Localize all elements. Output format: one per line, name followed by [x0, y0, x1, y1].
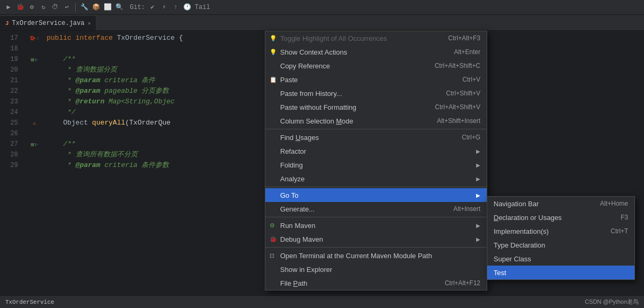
menu-file-path[interactable]: File Path Ctrl+Alt+F12 — [265, 276, 487, 290]
debug-maven-icon: 🐞 — [270, 236, 277, 243]
sep1 — [265, 129, 487, 129]
watermark: CSDN @Python老鸟 — [585, 298, 639, 306]
run-gutter-icon[interactable]: ▷ — [35, 57, 38, 63]
git-check-icon[interactable]: ✔ — [148, 3, 157, 12]
build-icon[interactable]: ⚙ — [28, 3, 36, 12]
paste-icon: 📋 — [270, 76, 277, 83]
wrench-icon[interactable]: 🔧 — [80, 3, 88, 12]
sep2 — [265, 187, 487, 187]
sep1 — [75, 3, 76, 12]
submenu-navigation-bar[interactable]: Navigation Bar Alt+Home — [487, 197, 634, 210]
run2-gutter-icon[interactable]: ▷ — [35, 142, 38, 147]
history-icon[interactable]: ⏱ — [51, 3, 59, 12]
status-bar: TxOrderService CSDN @Python老鸟 — [0, 295, 644, 308]
menu-open-terminal[interactable]: ⊡ Open Terminal at the Current Maven Mod… — [265, 249, 487, 262]
bean-icon[interactable]: 🫘 — [30, 36, 35, 41]
git-push-icon[interactable]: ↑ — [172, 3, 180, 12]
tab-label: TxOrderService.java — [12, 20, 85, 27]
submenu-type-declaration[interactable]: Type Declaration — [487, 238, 634, 252]
menu-debug-maven[interactable]: 🐞 Debug Maven ▶ — [265, 232, 487, 246]
menu-generate[interactable]: Generate... Alt+Insert — [265, 202, 487, 216]
status-class-name: TxOrderService — [5, 299, 54, 305]
menu-column-select[interactable]: Column Selection Mode Alt+Shift+Insert — [265, 114, 487, 128]
toolbar: ▶ 🐞 ⚙ ↻ ⏱ ↩ 🔧 📦 ⬜ 🔍 Git: ✔ ⚡ ↑ 🕐 Tail — [0, 0, 644, 15]
context-menu: 💡 Toggle Highlight of All Occurrences Ct… — [265, 31, 487, 291]
menu-paste-history[interactable]: Paste from History... Ctrl+Shift+V — [265, 86, 487, 100]
menu-refactor[interactable]: Refactor ▶ — [265, 144, 487, 158]
submenu-test[interactable]: Test — [487, 266, 634, 279]
git-branch-icon[interactable]: ⚡ — [160, 3, 168, 12]
menu-toggle-highlight[interactable]: 💡 Toggle Highlight of All Occurrences Ct… — [265, 31, 487, 45]
terminal-icon: ⊡ — [270, 252, 274, 259]
submenu-super-class[interactable]: Super Class — [487, 252, 634, 266]
sep3 — [265, 217, 487, 217]
package-icon[interactable]: 📦 — [92, 3, 100, 12]
bulb-icon: 💡 — [270, 35, 277, 42]
block2-icon[interactable]: ▤ — [31, 142, 34, 147]
block-icon[interactable]: ▤ — [31, 57, 34, 63]
submenu-implementation[interactable]: Implementation(s) Ctrl+T — [487, 224, 634, 238]
submenu-declaration[interactable]: Declaration or Usages F3 — [487, 210, 634, 224]
tab-bar: J TxOrderService.java ✕ — [0, 15, 644, 31]
tab-txorderservice[interactable]: J TxOrderService.java ✕ — [0, 15, 96, 30]
debug-icon[interactable]: 🐞 — [16, 3, 24, 12]
git-label: Git: — [130, 4, 145, 11]
menu-find-usages[interactable]: Find Usages Ctrl+G — [265, 130, 487, 144]
menu-show-context[interactable]: 💡 Show Context Actions Alt+Enter — [265, 45, 487, 59]
menu-folding[interactable]: Folding ▶ — [265, 158, 487, 172]
menu-go-to[interactable]: Go To ▶ — [265, 188, 487, 202]
menu-show-explorer[interactable]: Show in Explorer — [265, 262, 487, 276]
submenu-goto: Navigation Bar Alt+Home Declaration or U… — [487, 196, 635, 280]
arrow-icon[interactable]: ↓ — [37, 36, 39, 41]
sync-icon[interactable]: ↻ — [39, 3, 48, 12]
search-icon[interactable]: 🔍 — [115, 3, 123, 12]
java-file-icon: J — [5, 20, 9, 27]
action-icon: 💡 — [270, 49, 277, 56]
gutter: 🫘 ↓ ▤ ▷ ⚠ ▤ ▷ — [26, 31, 42, 295]
tail-label: Tail — [195, 4, 210, 11]
line-numbers: 17 18 19 20 21 22 23 24 25 26 27 28 29 — [0, 31, 26, 295]
undo-icon[interactable]: ↩ — [62, 3, 71, 12]
git-clock-icon[interactable]: 🕐 — [183, 3, 192, 12]
warn-icon[interactable]: ⚠ — [33, 120, 35, 126]
context-menu-overlay: 💡 Toggle Highlight of All Occurrences Ct… — [265, 31, 487, 291]
menu-paste[interactable]: 📋 Paste Ctrl+V — [265, 73, 487, 86]
menu-paste-no-format[interactable]: Paste without Formatting Ctrl+Alt+Shift+… — [265, 100, 487, 114]
menu-analyze[interactable]: Analyze ▶ — [265, 172, 487, 186]
window-icon[interactable]: ⬜ — [103, 3, 112, 12]
close-tab-icon[interactable]: ✕ — [87, 20, 91, 27]
run-icon[interactable]: ▶ — [4, 3, 13, 12]
menu-run-maven[interactable]: ⚙ Run Maven ▶ — [265, 218, 487, 232]
sep4 — [265, 247, 487, 248]
menu-copy-reference[interactable]: Copy Reference Ctrl+Alt+Shift+C — [265, 59, 487, 73]
maven-icon: ⚙ — [270, 222, 275, 229]
